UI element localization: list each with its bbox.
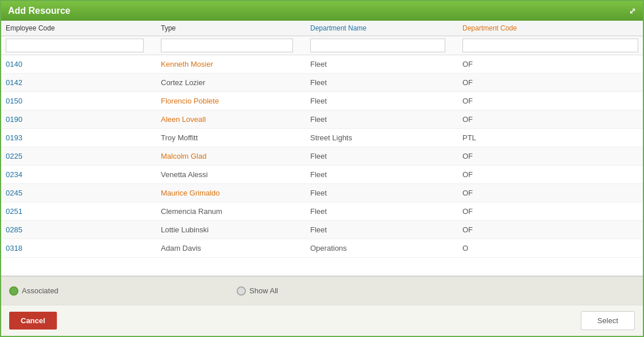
cell-dept-name: Fleet xyxy=(310,152,462,160)
filter-row xyxy=(1,36,643,55)
cell-dept-name: Fleet xyxy=(310,78,462,87)
expand-icon[interactable]: ⤢ xyxy=(629,6,636,16)
data-rows: 0140 Kenneth Mosier Fleet OF 0142 Cortez… xyxy=(1,55,643,275)
col-header-employee: Employee Code xyxy=(6,24,161,32)
cell-type: Kenneth Mosier xyxy=(161,60,310,68)
cell-employee-code: 0190 xyxy=(6,115,161,124)
cell-dept-name: Fleet xyxy=(310,97,462,105)
cell-type: Adam Davis xyxy=(161,244,310,252)
select-button[interactable]: Select xyxy=(581,311,635,330)
table-row[interactable]: 0140 Kenneth Mosier Fleet OF xyxy=(1,55,643,74)
table-row[interactable]: 0285 Lottie Lubinski Fleet OF xyxy=(1,221,643,239)
associated-radio[interactable] xyxy=(9,286,18,296)
cell-employee-code: 0225 xyxy=(6,152,161,160)
bottom-action-bar: Cancel Select xyxy=(1,305,643,336)
footer-radio-bar: Associated Show All xyxy=(1,276,643,305)
cell-dept-code: O xyxy=(462,244,638,252)
table-row[interactable]: 0234 Venetta Alessi Fleet OF xyxy=(1,166,643,184)
cell-type: Lottie Lubinski xyxy=(161,225,310,234)
cell-dept-code: OF xyxy=(462,207,638,216)
cell-type: Malcolm Glad xyxy=(161,152,310,160)
cell-employee-code: 0150 xyxy=(6,97,161,105)
table-row[interactable]: 0190 Aleen Loveall Fleet OF xyxy=(1,110,643,129)
table-row[interactable]: 0142 Cortez Lozier Fleet OF xyxy=(1,74,643,92)
table-row[interactable]: 0225 Malcolm Glad Fleet OF xyxy=(1,147,643,166)
show-all-radio[interactable] xyxy=(237,286,246,296)
cell-employee-code: 0234 xyxy=(6,170,161,179)
table-row[interactable]: 0193 Troy Moffitt Street Lights PTL xyxy=(1,129,643,147)
cell-employee-code: 0140 xyxy=(6,60,161,68)
table-row[interactable]: 0251 Clemencia Ranum Fleet OF xyxy=(1,202,643,221)
cell-dept-name: Fleet xyxy=(310,60,462,68)
cell-dept-code: OF xyxy=(462,152,638,160)
cell-dept-code: OF xyxy=(462,115,638,124)
cell-type: Troy Moffitt xyxy=(161,133,310,142)
filter-dept-code[interactable] xyxy=(462,39,638,52)
cell-dept-name: Operations xyxy=(310,244,462,252)
cell-employee-code: 0251 xyxy=(6,207,161,216)
cancel-button[interactable]: Cancel xyxy=(9,312,57,330)
cell-dept-code: OF xyxy=(462,78,638,87)
cell-dept-code: OF xyxy=(462,60,638,68)
cell-type: Maurice Grimaldo xyxy=(161,189,310,197)
cell-dept-code: OF xyxy=(462,189,638,197)
cell-type: Clemencia Ranum xyxy=(161,207,310,216)
filter-type[interactable] xyxy=(161,39,293,52)
cell-employee-code: 0142 xyxy=(6,78,161,87)
cell-type: Cortez Lozier xyxy=(161,78,310,87)
cell-dept-name: Fleet xyxy=(310,189,462,197)
cell-employee-code: 0318 xyxy=(6,244,161,252)
cell-employee-code: 0285 xyxy=(6,225,161,234)
table-row[interactable]: 0318 Adam Davis Operations O xyxy=(1,239,643,258)
table-row[interactable]: 0150 Florencio Poblete Fleet OF xyxy=(1,92,643,110)
show-all-label: Show All xyxy=(249,286,278,295)
table-header: Employee Code Type Department Name Depar… xyxy=(1,21,643,36)
cell-dept-code: OF xyxy=(462,225,638,234)
cell-dept-name: Fleet xyxy=(310,225,462,234)
cell-dept-name: Fleet xyxy=(310,207,462,216)
col-header-dept-code: Department Code xyxy=(462,24,638,32)
associated-option[interactable]: Associated xyxy=(9,286,59,296)
cell-employee-code: 0245 xyxy=(6,189,161,197)
show-all-option[interactable]: Show All xyxy=(237,286,278,296)
cell-type: Florencio Poblete xyxy=(161,97,310,105)
cell-dept-name: Fleet xyxy=(310,170,462,179)
associated-label: Associated xyxy=(22,286,59,295)
table-row[interactable]: 0245 Maurice Grimaldo Fleet OF xyxy=(1,184,643,202)
col-header-type: Type xyxy=(161,24,310,32)
cell-type: Aleen Loveall xyxy=(161,115,310,124)
cell-employee-code: 0193 xyxy=(6,133,161,142)
cell-dept-name: Street Lights xyxy=(310,133,462,142)
cell-dept-code: OF xyxy=(462,170,638,179)
cell-dept-code: PTL xyxy=(462,133,638,142)
col-header-dept-name: Department Name xyxy=(310,24,462,32)
filter-dept-name[interactable] xyxy=(310,39,445,52)
table-container: Employee Code Type Department Name Depar… xyxy=(1,21,643,276)
modal-header: Add Resource ⤢ xyxy=(1,1,643,21)
add-resource-modal: Add Resource ⤢ Employee Code Type Depart… xyxy=(0,0,644,337)
modal-title: Add Resource xyxy=(8,6,70,16)
cell-dept-code: OF xyxy=(462,97,638,105)
filter-employee-code[interactable] xyxy=(6,39,144,52)
cell-type: Venetta Alessi xyxy=(161,170,310,179)
cell-dept-name: Fleet xyxy=(310,115,462,124)
